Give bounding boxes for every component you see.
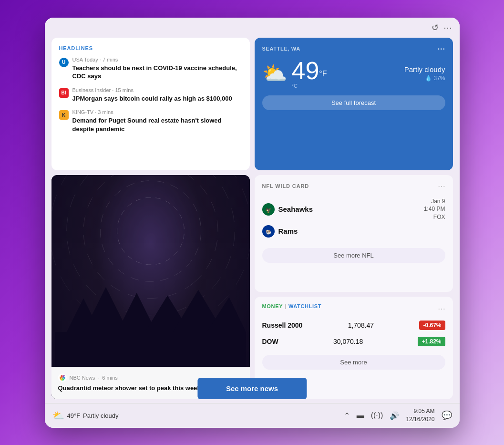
- taskbar-weather[interactable]: ⛅ 49°F Partly cloudy: [52, 410, 119, 421]
- widget-area: HEADLINES U USA Today · 7 mins Teachers …: [45, 36, 460, 403]
- refresh-icon[interactable]: ↺: [432, 22, 439, 33]
- news-source-2: Business Insider · 15 mins: [72, 87, 242, 93]
- weather-main: ⛅ 49°F °C Partly cloudy 💧 37%: [262, 58, 445, 89]
- money-title: MONEY|WATCHLIST: [262, 303, 322, 309]
- weather-temp-block: 49°F °C: [292, 58, 327, 89]
- weather-more-icon[interactable]: ⋯: [437, 44, 445, 53]
- rams-logo: 🐏: [262, 225, 275, 238]
- weather-humidity: 💧 37%: [332, 75, 445, 82]
- nfl-team-2: 🐏 Rams: [262, 223, 445, 239]
- headlines-title: HEADLINES: [59, 45, 242, 51]
- business-insider-icon: BI: [59, 88, 69, 98]
- photo-card: NBC News · 6 mins Quadrantid meteor show…: [51, 175, 250, 399]
- see-more-news-button[interactable]: See more news: [197, 378, 307, 399]
- weather-condition-icon: ⛅: [262, 62, 287, 85]
- nfl-more-icon[interactable]: ⋯: [438, 182, 445, 191]
- king-tv-icon: K: [59, 110, 69, 120]
- nfl-card: NFL WILD CARD ⋯ 🦅 Seahawks Jan 9 1:40 PM…: [255, 175, 453, 292]
- headlines-card: HEADLINES U USA Today · 7 mins Teachers …: [51, 38, 250, 170]
- svg-point-1: [80, 175, 221, 301]
- taskbar-notification-icon[interactable]: 💬: [442, 410, 452, 421]
- news-item-1-content: USA Today · 7 mins Teachers should be ne…: [72, 57, 242, 81]
- taskbar-weather-icon: ⛅: [52, 410, 64, 421]
- money-more-button[interactable]: See more: [262, 355, 445, 370]
- taskbar-system-icons: ⌃ ▬ ((·)) 🔊: [344, 411, 400, 420]
- taskbar-time: 9:05 AM: [406, 407, 434, 415]
- seahawks-name: Seahawks: [278, 205, 313, 213]
- news-source-1: USA Today · 7 mins: [72, 57, 242, 62]
- taskbar-wifi-icon: ((·)): [371, 411, 383, 420]
- nfl-matchup: 🦅 Seahawks Jan 9 1:40 PM FOX 🐏 Rams: [262, 196, 445, 239]
- nfl-more-button[interactable]: See more NFL: [262, 248, 445, 263]
- weather-location: SEATTLE, WA ⋯: [262, 44, 445, 53]
- stock-2-name: DOW: [262, 338, 278, 345]
- money-card-header: MONEY|WATCHLIST ⋯: [262, 303, 445, 314]
- stock-1-value: 1,708.47: [348, 321, 374, 329]
- taskbar-date: 12/16/2020: [406, 415, 434, 424]
- weather-card: SEATTLE, WA ⋯ ⛅ 49°F °C Partly cloudy 💧 …: [255, 38, 453, 170]
- weather-forecast-button[interactable]: See full forecast: [262, 95, 445, 110]
- news-headline-3: Demand for Puget Sound real estate hasn'…: [72, 116, 242, 133]
- taskbar: ⛅ 49°F Partly cloudy ⌃ ▬ ((·)) 🔊 9:05 AM…: [45, 403, 460, 428]
- stock-row-2[interactable]: DOW 30,070.18 +1.82%: [262, 335, 445, 348]
- stock-2-value: 30,070.18: [333, 338, 363, 345]
- taskbar-condition: Partly cloudy: [83, 412, 118, 419]
- weather-unit-f: °F: [319, 69, 327, 77]
- nfl-team-1: 🦅 Seahawks Jan 9 1:40 PM FOX: [262, 196, 445, 223]
- news-headline-1: Teachers should be next in COVID-19 vacc…: [72, 64, 242, 81]
- taskbar-temp: 49°F: [67, 412, 81, 419]
- news-headline-2: JPMorgan says bitcoin could rally as hig…: [72, 94, 242, 103]
- usa-today-icon: U: [59, 58, 69, 67]
- device-frame: ↺ ⋯ HEADLINES U USA Today · 7 mins Teach…: [45, 18, 460, 428]
- nfl-date-time: Jan 9 1:40 PM FOX: [424, 197, 445, 221]
- news-item-1[interactable]: U USA Today · 7 mins Teachers should be …: [59, 57, 242, 81]
- weather-temperature: 49: [292, 57, 319, 84]
- more-options-icon[interactable]: ⋯: [443, 22, 452, 33]
- taskbar-clock: 9:05 AM 12/16/2020: [406, 407, 434, 424]
- star-trails-overlay: [51, 175, 250, 399]
- stock-row-1[interactable]: Russell 2000 1,708.47 -0.67%: [262, 319, 445, 332]
- news-item-2[interactable]: BI Business Insider · 15 mins JPMorgan s…: [59, 87, 242, 103]
- svg-point-0: [107, 188, 194, 274]
- taskbar-battery-icon: ▬: [357, 411, 364, 420]
- news-source-3: KING-TV · 3 mins: [72, 109, 242, 115]
- nbc-peacock-icon: [58, 373, 67, 382]
- top-bar: ↺ ⋯: [45, 18, 460, 36]
- stock-2-badge: +1.82%: [418, 337, 445, 346]
- taskbar-volume-icon[interactable]: 🔊: [390, 411, 399, 420]
- rams-name: Rams: [278, 227, 298, 235]
- svg-text:🐏: 🐏: [266, 229, 272, 235]
- weather-description: Partly cloudy: [332, 65, 445, 73]
- news-item-2-content: Business Insider · 15 mins JPMorgan says…: [72, 87, 242, 103]
- taskbar-chevron-icon[interactable]: ⌃: [344, 411, 350, 420]
- seahawks-logo: 🦅: [262, 203, 275, 216]
- weather-description-block: Partly cloudy 💧 37%: [332, 65, 445, 82]
- news-item-3-content: KING-TV · 3 mins Demand for Puget Sound …: [72, 109, 242, 133]
- stock-1-badge: -0.67%: [419, 321, 445, 330]
- money-more-icon[interactable]: ⋯: [438, 304, 445, 313]
- svg-text:🦅: 🦅: [266, 207, 272, 213]
- news-item-3[interactable]: K KING-TV · 3 mins Demand for Puget Soun…: [59, 109, 242, 133]
- stock-1-name: Russell 2000: [262, 321, 303, 329]
- nfl-card-header: NFL WILD CARD ⋯: [262, 182, 445, 191]
- nfl-title: NFL WILD CARD: [262, 183, 309, 189]
